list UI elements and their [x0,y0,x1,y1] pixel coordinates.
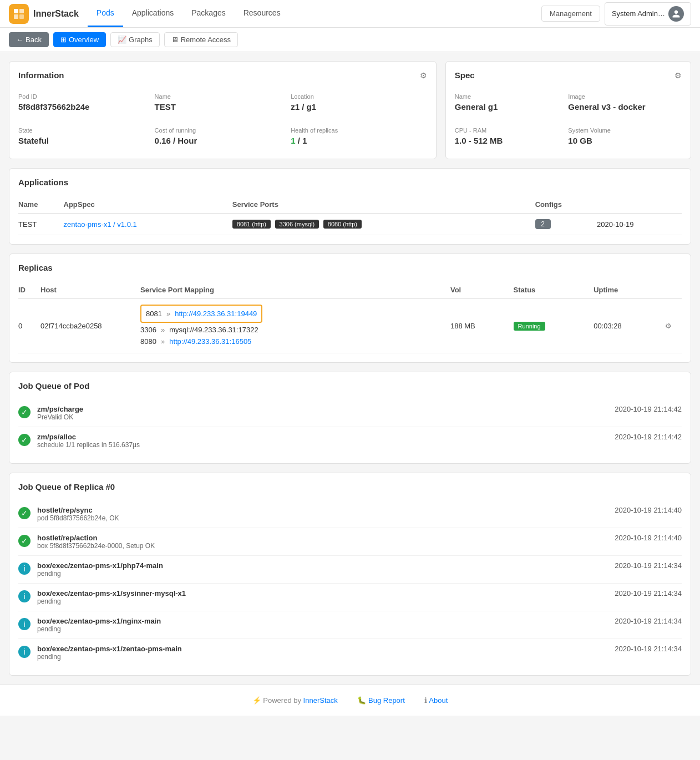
port-link-8080[interactable]: http://49.233.36.31:16505 [169,337,251,346]
success-icon: ✓ [18,507,31,519]
job-text: box/exec/zentao-pms-x1/sysinner-mysql-x1… [37,589,608,605]
col-configs: Configs [535,196,597,214]
list-item: ✓ zm/ps/alloc schedule 1/1 replicas in 5… [18,427,682,454]
job-queue-replica-header: Job Queue of Replica #0 [18,482,682,492]
tab-pods[interactable]: Pods [88,0,123,27]
col-port-mapping: Service Port Mapping [140,281,450,299]
graphs-icon: 📈 [118,36,126,44]
pod-id-value: 5f8d8f375662b24e [18,102,155,112]
cost-value: 0.16 / Hour [155,136,291,145]
app-configs: 2 [535,214,597,235]
spec-name-value: General g1 [455,102,569,112]
table-row: 0 02f714ccba2e0258 8081 » http://49.233.… [18,299,682,353]
info-icon: i [18,563,31,575]
bug-report-anchor[interactable]: Bug Report [368,696,405,705]
success-icon: ✓ [18,535,31,547]
job-text: zm/ps/charge PreValid OK [37,405,608,421]
replica-actions: ⚙ [665,299,682,353]
back-arrow-icon: ← [16,36,23,44]
col-service-ports: Service Ports [232,196,535,214]
job-text: box/exec/zentao-pms-x1/nginx-main pendin… [37,617,608,633]
job-queue-pod-list: ✓ zm/ps/charge PreValid OK 2020-10-19 21… [18,399,682,454]
information-card: Information ⚙ Pod ID 5f8d8f375662b24e Na… [9,61,437,159]
about-link: ℹ About [424,696,448,705]
col-vol: Vol [450,281,514,299]
remote-access-button[interactable]: 🖥 Remote Access [164,32,238,47]
back-button[interactable]: ← Back [9,32,49,47]
management-button[interactable]: Management [541,6,600,22]
job-queue-pod-title: Job Queue of Pod [18,381,89,391]
col-uptime: Uptime [594,281,665,299]
about-anchor[interactable]: About [429,696,448,705]
brand-logo [9,4,29,24]
app-appspec: zentao-pms-x1 / v1.0.1 [64,214,232,235]
tab-applications[interactable]: Applications [123,0,183,27]
spec-volume-field: System Volume 10 GB [568,123,682,150]
port-row-8081: 8081 » http://49.233.36.31:19449 [146,308,257,320]
app-date: 2020-10-19 [597,214,682,235]
table-row: TEST zentao-pms-x1 / v1.0.1 8081 (http) … [18,214,682,235]
replica-uptime: 00:03:28 [594,299,665,353]
location-value: z1 / g1 [291,102,427,112]
job-text: zm/ps/alloc schedule 1/1 replicas in 516… [37,433,608,449]
arrow-icon-2: » [161,326,165,334]
list-item: i box/exec/zentao-pms-x1/nginx-main pend… [18,611,682,639]
port-link-8081[interactable]: http://49.233.36.31:19449 [175,310,257,318]
config-badge[interactable]: 2 [535,219,551,229]
user-menu[interactable]: System Admin… [605,2,691,26]
graphs-button[interactable]: 📈 Graphs [110,32,160,47]
replicas-header: Replicas [18,263,682,272]
job-queue-replica-card: Job Queue of Replica #0 ✓ hostlet/rep/sy… [9,473,691,676]
tab-resources[interactable]: Resources [235,0,290,27]
applications-table: Name AppSpec Service Ports Configs TEST … [18,196,682,235]
tab-packages[interactable]: Packages [182,0,234,27]
success-icon: ✓ [18,406,31,418]
main-content: Information ⚙ Pod ID 5f8d8f375662b24e Na… [0,52,700,685]
powered-by-text: ⚡ Powered by InnerStack [252,696,340,705]
state-value: Stateful [18,136,155,145]
job-text: box/exec/zentao-pms-x1/php74-main pendin… [37,561,608,577]
highlighted-port-block: 8081 » http://49.233.36.31:19449 [140,305,262,323]
footer: ⚡ Powered by InnerStack 🐛 Bug Report ℹ A… [0,685,700,716]
spec-name-field: Name General g1 [455,89,569,116]
svg-rect-0 [14,9,18,13]
col-date [597,196,682,214]
appspec-link[interactable]: zentao-pms-x1 / v1.0.1 [64,220,137,229]
pod-id-field: Pod ID 5f8d8f375662b24e [18,89,155,116]
replica-status: Running [514,299,594,353]
job-queue-pod-card: Job Queue of Pod ✓ zm/ps/charge PreValid… [9,372,691,464]
job-queue-pod-header: Job Queue of Pod [18,381,682,391]
list-item: ✓ hostlet/rep/action box 5f8d8f375662b24… [18,528,682,556]
cost-field: Cost of running 0.16 / Hour [155,123,291,150]
sub-nav: ← Back ⊞ Overview 📈 Graphs 🖥 Remote Acce… [0,28,700,52]
innerstack-link[interactable]: InnerStack [303,696,338,705]
spec-title: Spec [455,70,475,80]
name-field: Name TEST [155,89,291,116]
remote-icon: 🖥 [171,36,179,44]
port-badge-3306: 3306 (mysql) [275,220,319,229]
replica-gear-icon[interactable]: ⚙ [665,322,672,330]
info-icon: i [18,646,31,658]
svg-rect-2 [14,14,18,19]
information-gear-icon[interactable]: ⚙ [420,71,427,80]
overview-icon: ⊞ [60,36,67,44]
spec-gear-icon[interactable]: ⚙ [674,71,682,80]
spec-cpu-field: CPU - RAM 1.0 - 512 MB [455,123,569,150]
information-fields: Pod ID 5f8d8f375662b24e Name TEST Locati… [18,89,427,116]
replicas-tbody: 0 02f714ccba2e0258 8081 » http://49.233.… [18,299,682,353]
replica-id: 0 [18,299,40,353]
list-item: i box/exec/zentao-pms-x1/php74-main pend… [18,556,682,584]
col-status: Status [514,281,594,299]
applications-header: Applications [18,178,682,187]
bug-report-link: 🐛 Bug Report [357,696,407,705]
replicas-thead: ID Host Service Port Mapping Vol Status … [18,281,682,299]
port-badge-8080: 8080 (http) [323,220,362,229]
overview-button[interactable]: ⊞ Overview [53,32,106,47]
brand-name: InnerStack [33,9,79,19]
list-item: i box/exec/zentao-pms-x1/zentao-pms-main… [18,639,682,666]
replicas-card: Replicas ID Host Service Port Mapping Vo… [9,254,691,363]
port-text-3306: mysql://49.233.36.31:17322 [169,326,258,334]
job-text: hostlet/rep/sync pod 5f8d8f375662b24e, O… [37,506,608,522]
arrow-icon: » [166,310,170,318]
spec-image-field: Image General v3 - docker [568,89,682,116]
